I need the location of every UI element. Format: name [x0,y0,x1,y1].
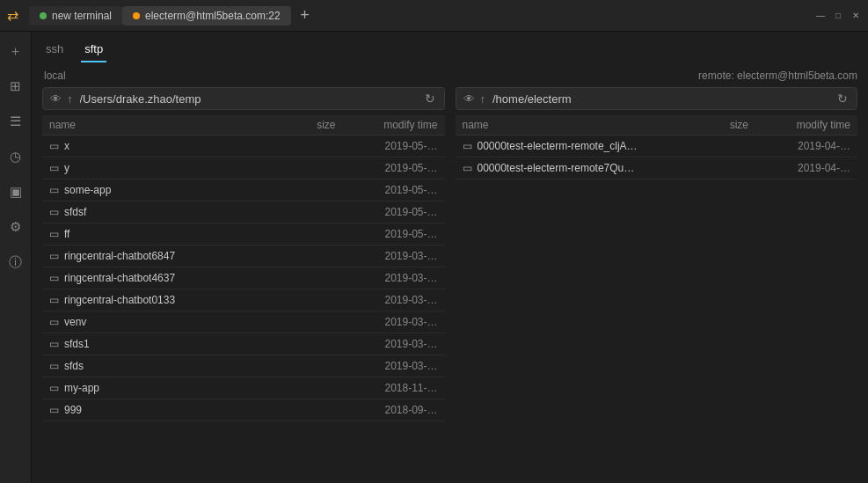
table-row[interactable]: ▭ x 2019-05-… [42,135,445,157]
sidebar-icon-settings[interactable]: ⚙ [4,215,28,239]
table-row[interactable]: ▭ venv 2019-03-… [42,311,445,333]
title-bar: ⇄ new terminal electerm@html5beta.com:22… [0,0,868,32]
remote-label: remote: electerm@html5beta.com [698,70,857,82]
file-name: ▭ my-app [49,382,280,394]
file-name: ▭ sfds [49,360,280,372]
local-col-name: name [49,119,280,131]
file-name: ▭ venv [49,316,280,328]
folder-icon: ▭ [49,360,59,372]
local-panel: local 👁 ↑ ↻ name size modify time ▭ [42,70,445,476]
tab-label-electerm: electerm@html5beta.com:22 [145,10,281,22]
protocol-tabs: ssh sftp [32,32,868,62]
folder-icon: ▭ [49,338,59,350]
table-row[interactable]: ▭ 999 2018-09-… [42,399,445,421]
add-tab-button[interactable]: + [295,5,316,26]
remote-col-modify: modify time [762,119,850,131]
local-path-bar: 👁 ↑ ↻ [42,87,445,110]
folder-icon: ▭ [49,316,59,328]
file-name: ▭ 999 [49,404,280,416]
sidebar-icon-list[interactable]: ☰ [4,109,28,134]
file-name: ▭ 00000test-electerm-remote7Qu… [463,162,693,174]
remote-up-icon[interactable]: ↑ [480,92,486,106]
file-modify: 2019-03-… [350,360,438,372]
tab-label-new-terminal: new terminal [52,10,112,22]
file-name: ▭ ff [49,228,280,240]
file-modify: 2019-03-… [350,338,438,350]
sidebar-icon-terminal[interactable]: ⊞ [4,74,28,99]
sidebar-icon-image[interactable]: ▣ [4,179,28,204]
file-modify: 2019-04-… [762,162,850,174]
local-path-icons: 👁 ↑ [50,92,73,106]
folder-icon: ▭ [49,382,59,394]
local-col-size: size [280,119,350,131]
sidebar-icon-info[interactable]: ⓘ [4,250,28,274]
tab-sftp[interactable]: sftp [81,39,106,62]
folder-icon: ▭ [463,162,472,174]
tab-electerm[interactable]: electerm@html5beta.com:22 [122,6,291,26]
file-modify: 2019-04-… [762,140,850,152]
remote-path-icons: 👁 ↑ [463,92,486,106]
table-row[interactable]: ▭ ff 2019-05-… [42,223,445,245]
folder-icon: ▭ [463,140,472,152]
table-row[interactable]: ▭ sfdsf 2019-05-… [42,201,445,223]
table-row[interactable]: ▭ 00000test-electerm-remote_cljA… 2019-0… [456,135,858,157]
file-name: ▭ y [49,162,280,174]
table-row[interactable]: ▭ some-app 2019-05-… [42,179,445,201]
table-row[interactable]: ▭ ringcentral-chatbot6847 2019-03-… [42,245,445,267]
remote-refresh-button[interactable]: ↻ [835,91,850,106]
table-row[interactable]: ▭ 00000test-electerm-remote7Qu… 2019-04-… [456,157,858,179]
sidebar: ＋ ⊞ ☰ ◷ ▣ ⚙ ⓘ [0,32,32,483]
table-row[interactable]: ▭ ringcentral-chatbot0133 2019-03-… [42,289,445,311]
file-name: ▭ ringcentral-chatbot0133 [49,294,280,306]
remote-path-bar: 👁 ↑ ↻ [456,87,858,110]
tab-ssh[interactable]: ssh [42,39,67,62]
remote-col-name: name [463,119,693,131]
local-file-table: ▭ x 2019-05-… ▭ y 2019-05-… ▭ some-app 2… [42,135,445,476]
sidebar-icon-add[interactable]: ＋ [4,39,28,63]
folder-icon: ▭ [49,162,59,174]
window-controls: — □ ✕ [815,11,861,21]
folder-icon: ▭ [49,140,59,152]
file-modify: 2019-05-… [350,228,438,240]
table-row[interactable]: ▭ my-app 2018-11-… [42,377,445,399]
file-name: ▭ sfdsf [49,206,280,218]
remote-eye-icon[interactable]: 👁 [463,92,475,106]
file-modify: 2019-03-… [350,294,438,306]
table-row[interactable]: ▭ y 2019-05-… [42,157,445,179]
table-row[interactable]: ▭ ringcentral-chatbot4637 2019-03-… [42,267,445,289]
folder-icon: ▭ [49,228,59,240]
close-button[interactable]: ✕ [850,11,861,21]
remote-path-input[interactable] [492,92,828,106]
main-layout: ＋ ⊞ ☰ ◷ ▣ ⚙ ⓘ ssh sftp local 👁 ↑ [0,32,868,483]
table-row[interactable]: ▭ sfds 2019-03-… [42,355,445,377]
file-modify: 2019-05-… [350,184,438,196]
panels: local 👁 ↑ ↻ name size modify time ▭ [32,62,868,483]
folder-icon: ▭ [49,272,59,284]
remote-panel: remote: electerm@html5beta.com 👁 ↑ ↻ nam… [456,70,858,476]
file-modify: 2019-03-… [350,250,438,262]
remote-file-table: ▭ 00000test-electerm-remote_cljA… 2019-0… [456,135,858,476]
tab-new-terminal[interactable]: new terminal [29,6,122,26]
remote-table-header: name size modify time [456,115,858,135]
file-name: ▭ x [49,140,280,152]
folder-icon: ▭ [49,250,59,262]
file-name: ▭ ringcentral-chatbot6847 [49,250,280,262]
file-modify: 2019-05-… [350,162,438,174]
sidebar-icon-clock[interactable]: ◷ [4,144,28,169]
file-modify: 2019-03-… [350,272,438,284]
local-path-input[interactable] [80,92,416,106]
local-refresh-button[interactable]: ↻ [423,91,437,106]
file-modify: 2018-11-… [350,382,438,394]
local-eye-icon[interactable]: 👁 [50,92,62,106]
maximize-button[interactable]: □ [833,11,843,21]
local-up-icon[interactable]: ↑ [67,92,73,106]
minimize-button[interactable]: — [815,11,826,21]
app-icon: ⇄ [7,7,18,24]
local-panel-label: local [42,70,445,82]
remote-col-size: size [692,119,762,131]
folder-icon: ▭ [49,294,59,306]
local-table-header: name size modify time [42,115,445,135]
tab-dot-electerm [133,12,140,19]
table-row[interactable]: ▭ sfds1 2019-03-… [42,333,445,355]
folder-icon: ▭ [49,206,59,218]
